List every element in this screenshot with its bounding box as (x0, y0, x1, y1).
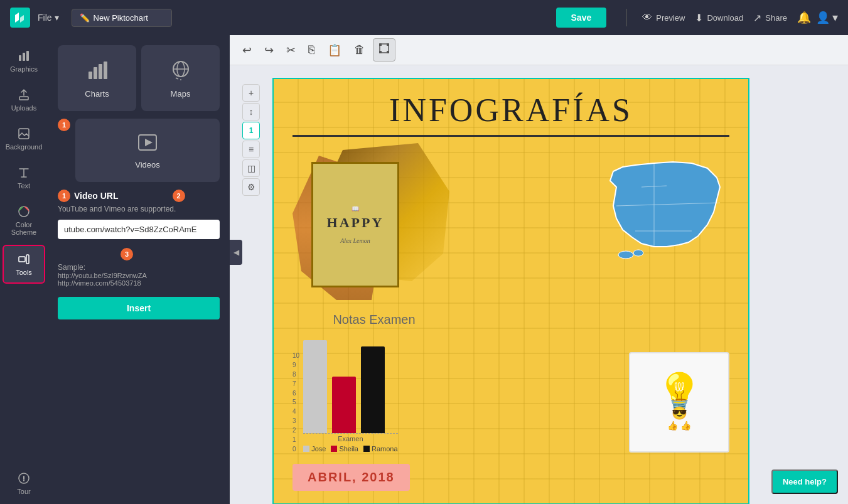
frame-icon (378, 43, 390, 54)
y-label-4: 4 (293, 408, 299, 415)
y-label-9: 9 (293, 362, 299, 368)
insert-button[interactable]: Insert (58, 297, 220, 319)
svg-rect-1 (19, 55, 21, 61)
spain-map (591, 149, 729, 262)
preview-button[interactable]: 👁 Preview (642, 12, 685, 23)
sidebar-item-text[interactable]: Text (3, 159, 45, 196)
legend-ramona-color (363, 446, 370, 452)
sidebar-label-color-scheme: Color Scheme (8, 221, 40, 236)
background-icon (17, 127, 31, 141)
step-3-badge: 3 (121, 248, 133, 260)
sidebar-item-graphics[interactable]: Graphics (3, 43, 45, 79)
cut-button[interactable]: ✂ (281, 40, 301, 61)
infographic-canvas[interactable]: INFOGRAFÍAS 📖 HAPPY Ale (272, 78, 749, 504)
need-help-button[interactable]: Need help? (771, 469, 838, 494)
chart-section: Notas Examen 10 9 8 7 6 5 4 3 (293, 306, 456, 459)
notifications-button[interactable]: 🔔 (797, 11, 811, 24)
charts-button[interactable]: Charts (58, 45, 136, 111)
chart-legend: Jose Sheila Ramona (303, 445, 397, 453)
topbar: File ▾ ✏️ New Piktochart Save 👁 Preview … (0, 0, 848, 35)
y-label-1: 1 (293, 436, 299, 443)
panel: Charts Maps 1 Videos (48, 35, 230, 504)
x-axis-label: Examen (303, 434, 397, 442)
sidebar-item-background[interactable]: Background (3, 121, 45, 157)
graphics-icon (17, 49, 31, 63)
sidebar-item-tools[interactable]: Tools (3, 245, 45, 284)
y-label-0: 0 (293, 446, 299, 453)
video-subtitle: YouTube and Vimeo are supported. (58, 205, 220, 213)
file-menu[interactable]: File ▾ (38, 13, 59, 23)
sidebar-item-uploads[interactable]: Uploads (3, 82, 45, 118)
svg-rect-19 (379, 43, 382, 46)
sidebar-item-tour[interactable]: Tour (3, 465, 45, 501)
bar-sheila (332, 377, 356, 433)
document-title[interactable]: ✏️ New Piktochart (72, 9, 172, 27)
page-number: 1 (242, 122, 260, 139)
y-label-5: 5 (293, 399, 299, 405)
save-button[interactable]: Save (556, 8, 607, 28)
toolbar: ↩ ↪ ✂ ⎘ 📋 🗑 (230, 35, 848, 65)
download-button[interactable]: ⬇ Download (695, 12, 743, 24)
bar-ramona (361, 346, 385, 433)
svg-rect-22 (387, 51, 389, 53)
infographic-title: INFOGRAFÍAS (293, 79, 729, 137)
canary-islands (618, 251, 633, 259)
sidebar-label-background: Background (6, 143, 43, 151)
sample-section: Sample: http://youtu.be/SzI9RzvnwZA http… (58, 263, 220, 287)
delete-button[interactable]: 🗑 (349, 40, 370, 60)
add-block-button[interactable]: + (242, 84, 260, 102)
svg-rect-2 (23, 53, 25, 61)
frame-button[interactable] (373, 38, 395, 62)
charts-icon (85, 58, 110, 83)
y-label-10: 10 (293, 352, 299, 359)
text-icon (17, 166, 31, 180)
align-button[interactable]: ≡ (242, 141, 260, 158)
legend-ramona-label: Ramona (372, 445, 398, 453)
book: 📖 HAPPY Alex Lemon (311, 162, 399, 287)
svg-rect-21 (379, 51, 382, 53)
svg-rect-4 (19, 97, 28, 100)
light-bulb-image: 💡 😎 👍 👍 (629, 352, 729, 453)
step-1-video-badge: 1 (58, 190, 70, 202)
maps-button[interactable]: Maps (141, 45, 220, 111)
sidebar-label-text: Text (18, 182, 30, 190)
sidebar-label-tools: Tools (16, 269, 32, 276)
redo-button[interactable]: ↪ (259, 40, 279, 61)
svg-rect-7 (19, 257, 25, 262)
settings-block-button[interactable]: ⚙ (242, 178, 260, 196)
sidebar-item-color-scheme[interactable]: Color Scheme (3, 198, 45, 242)
video-url-input[interactable] (58, 220, 220, 239)
move-up-button[interactable]: ↕ (242, 103, 260, 121)
y-label-7: 7 (293, 380, 299, 387)
videos-icon (136, 131, 159, 154)
abril-badge: ABRIL, 2018 (293, 464, 410, 491)
bar-jose (303, 340, 327, 433)
share-icon: ↗ (753, 12, 761, 24)
collapse-panel-button[interactable]: ◀ (230, 240, 242, 265)
tour-icon (17, 471, 31, 485)
download-icon: ⬇ (695, 12, 703, 24)
undo-button[interactable]: ↩ (237, 40, 257, 61)
y-label-6: 6 (293, 390, 299, 397)
y-label-3: 3 (293, 417, 299, 424)
svg-rect-20 (387, 43, 389, 46)
video-url-label: 1 Video URL 2 (58, 190, 220, 202)
canvas-area[interactable]: + ↕ 1 ≡ ◫ ⚙ INFOGRAFÍAS (230, 65, 848, 504)
vertical-tools: + ↕ 1 ≡ ◫ ⚙ (242, 78, 260, 504)
legend-sheila-color (331, 446, 337, 452)
logo (10, 8, 30, 28)
copy-button[interactable]: ⎘ (303, 40, 320, 60)
videos-button[interactable]: Videos (75, 119, 220, 182)
sidebar-label-graphics: Graphics (10, 65, 38, 73)
user-menu[interactable]: 👤▾ (816, 11, 838, 24)
layer-button[interactable]: ◫ (242, 159, 260, 177)
svg-rect-8 (26, 255, 29, 264)
uploads-icon (17, 88, 31, 102)
canvas-scroll: + ↕ 1 ≡ ◫ ⚙ INFOGRAFÍAS (230, 65, 848, 504)
tools-icon (17, 252, 31, 266)
y-label-2: 2 (293, 427, 299, 434)
paste-button[interactable]: 📋 (323, 40, 346, 61)
share-button[interactable]: ↗ Share (753, 12, 787, 24)
sample-link-2: http://vimeo.com/54503718 (58, 279, 220, 287)
video-url-section: 1 Video URL 2 YouTube and Vimeo are supp… (58, 190, 220, 319)
